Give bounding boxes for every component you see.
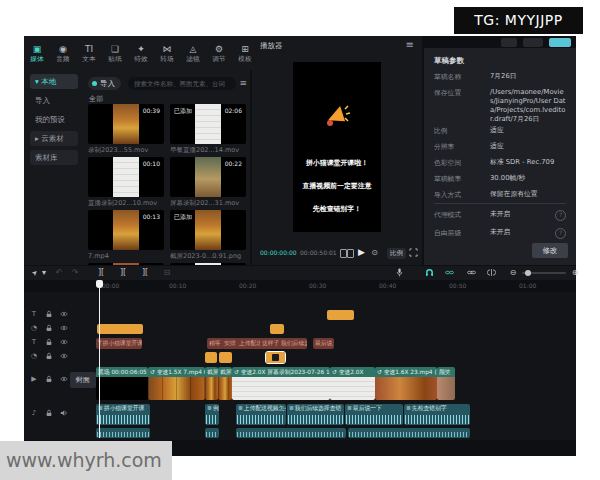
eye-icon[interactable] — [58, 373, 70, 385]
text-clip[interactable]: 我们后续选择 — [279, 338, 307, 349]
sidebar-item-素材库[interactable]: 素材库 — [30, 150, 78, 165]
media-item[interactable]: 00:39录制2023...55.mov — [88, 104, 164, 157]
lock-icon[interactable] — [43, 308, 55, 320]
video-clip[interactable]: 颜笑 — [437, 367, 455, 400]
chevron-down-icon[interactable]: ▾ — [37, 267, 51, 279]
video-clip[interactable]: 截屏2 — [205, 367, 218, 400]
media-item[interactable]: 00:137.mp4 — [88, 210, 164, 263]
magnet-icon[interactable] — [422, 267, 436, 279]
media-filter-all[interactable]: 全部 — [89, 94, 103, 104]
list-view-icon[interactable]: ≡ — [239, 77, 247, 90]
lock-icon[interactable] — [43, 322, 55, 334]
zoom-out-icon[interactable]: ⊖ — [506, 267, 520, 279]
music-icon[interactable]: ♪ — [28, 407, 40, 419]
video-clip[interactable]: 截屏2 — [218, 367, 232, 400]
split-icon[interactable]: ][ — [94, 267, 108, 279]
overlay-clip[interactable] — [270, 324, 284, 334]
mic-icon[interactable] — [392, 267, 406, 279]
audio-clip[interactable] — [96, 428, 150, 438]
video-clip[interactable]: ↺ 变速2.0X 屏幕录制2023-07-26 16.1 — [232, 367, 330, 400]
frame-step-icon[interactable] — [340, 249, 353, 257]
media-item[interactable]: 00:22屏幕录制202...31.mov — [170, 157, 246, 210]
chain-icon[interactable] — [464, 267, 478, 279]
timeline-ruler[interactable]: 00:0000:1000:2000:3000:4000:5001:00 — [88, 280, 576, 292]
voice-clip[interactable]: ≣上传配送视频怎么 — [236, 404, 286, 425]
sidebar-item-云素材[interactable]: ▸ 云素材 — [30, 131, 78, 146]
nav-item-媒体[interactable]: ▣媒体 — [24, 44, 50, 63]
media-item[interactable]: 00:10直播录制202...10.mov — [88, 157, 164, 210]
video-preview[interactable]: 拼小猫课堂开课啦！ 直播视频前一定要注意 先检查错别字！ — [293, 62, 381, 232]
sidebar-item-导入[interactable]: 导入 — [30, 93, 78, 108]
text-clip[interactable]: 最后说 — [313, 338, 334, 349]
window-chip-button[interactable] — [523, 38, 543, 47]
video-clip[interactable]: 黑场 00:00:06:05 — [96, 367, 148, 400]
help-icon[interactable]: ? — [555, 228, 566, 239]
media-item[interactable]: 已添加截屏2023-0...0.91.png — [170, 210, 246, 263]
sidebar-item-我的预设[interactable]: 我的预设 — [30, 112, 78, 127]
text-clip[interactable]: T拼小猫课堂开课 — [96, 338, 142, 349]
speaker-icon[interactable] — [73, 373, 85, 385]
ruler-label: 00:30 — [309, 282, 326, 289]
sticker-clip[interactable] — [205, 352, 217, 363]
audio-clip[interactable] — [348, 428, 470, 438]
help-icon[interactable]: ? — [555, 210, 566, 221]
lock-icon[interactable] — [43, 336, 55, 348]
player-menu-icon[interactable]: ≡ — [406, 39, 414, 50]
nav-item-文本[interactable]: TI文本 — [76, 44, 102, 63]
fullscreen-icon[interactable] — [409, 248, 418, 257]
eye-icon[interactable] — [58, 350, 70, 362]
video-clip[interactable]: ↺ 变速1.5X 7.mp4 00:0 — [148, 367, 205, 400]
import-button[interactable]: 导入 — [88, 77, 121, 90]
video-icon[interactable]: ▶ — [28, 373, 40, 385]
voice-clip[interactable]: ≣最后说一下 — [345, 404, 403, 425]
export-button[interactable] — [549, 38, 571, 47]
lock-icon[interactable] — [43, 373, 55, 385]
linkage-icon[interactable] — [442, 267, 456, 279]
media-item[interactable] — [88, 263, 164, 265]
nav-item-贴纸[interactable]: ❏贴纸 — [102, 44, 128, 63]
overlay-clip[interactable] — [97, 324, 143, 334]
mark-out-icon[interactable]: ][ — [138, 267, 152, 279]
sticker-clip[interactable] — [266, 352, 285, 363]
modify-button[interactable]: 修改 — [532, 243, 568, 258]
nav-item-转场[interactable]: ⋈转场 — [154, 44, 180, 63]
media-item[interactable] — [170, 263, 246, 265]
media-thumbnail — [88, 263, 164, 265]
window-chip-button[interactable] — [501, 38, 517, 47]
timeline-zoom-slider[interactable] — [522, 272, 566, 274]
nav-item-滤镜[interactable]: ◬滤镜 — [180, 44, 206, 63]
voice-clip[interactable]: ≣我们后续选择查错 — [287, 404, 344, 425]
zoom-in-icon[interactable]: ⊕ — [568, 267, 582, 279]
play-button[interactable]: ▶ — [358, 247, 365, 257]
sticker-icon[interactable]: ◔ — [28, 322, 40, 334]
text-icon[interactable]: T — [28, 308, 40, 320]
nav-item-调节[interactable]: ⚙调节 — [206, 44, 232, 63]
search-input[interactable] — [128, 77, 236, 90]
video-clip[interactable]: ↺ 变速1.6X 23.mp4 ( — [375, 367, 437, 400]
eye-icon[interactable] — [58, 336, 70, 348]
voice-clip[interactable]: ≣例如 — [205, 404, 219, 425]
media-item[interactable]: 02:06已添加早餐直播202...14.mov — [170, 104, 246, 157]
audio-clip[interactable] — [236, 428, 346, 438]
ratio-button[interactable]: 比例 — [387, 248, 406, 259]
video-clip[interactable]: ↺ 变速2.0X — [330, 367, 375, 400]
lock-icon[interactable] — [43, 350, 55, 362]
sidebar-item-本地[interactable]: ▾ 本地 — [30, 74, 78, 89]
mark-in-icon[interactable]: ][ — [116, 267, 130, 279]
text-icon[interactable]: T — [28, 336, 40, 348]
sticker-icon[interactable]: ◔ — [28, 350, 40, 362]
snapshot-icon[interactable]: ⊙ — [371, 248, 378, 257]
speaker-icon[interactable] — [58, 407, 70, 419]
lock-icon[interactable] — [43, 407, 55, 419]
eye-icon[interactable] — [58, 322, 70, 334]
nav-item-音频[interactable]: ◉音频 — [50, 44, 76, 63]
nav-item-特效[interactable]: ✦特效 — [128, 44, 154, 63]
overlay-clip[interactable]: 变速2倍 — [327, 310, 354, 320]
voice-clip[interactable]: ≣先检查错别字 — [404, 404, 470, 425]
preview-split-icon[interactable] — [484, 267, 498, 279]
audio-clip[interactable] — [205, 428, 219, 438]
voice-clip[interactable]: ≣拼小猫课堂开课 — [96, 404, 150, 425]
eye-icon[interactable] — [58, 308, 70, 320]
playhead[interactable] — [99, 280, 100, 438]
sticker-clip[interactable] — [219, 352, 232, 363]
